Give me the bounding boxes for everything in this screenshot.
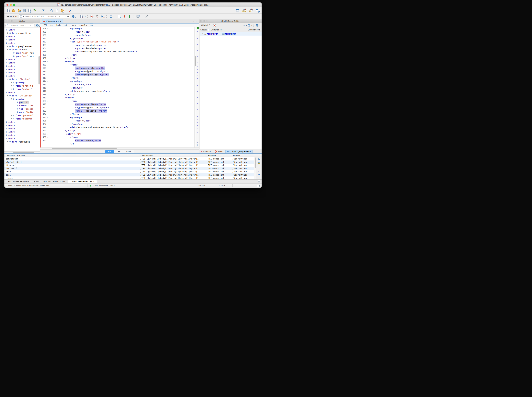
search-marker-icon[interactable] [197,101,198,101]
code-line[interactable]: 398▽<gramGrp> [41,27,195,30]
result-row[interactable]: disproof/TEI[1]/text[1]/body[1]/entry[2]… [4,164,254,167]
fold-toggle-icon[interactable]: ▽ [47,96,49,99]
remove-all-results-button[interactable]: ×× [258,174,260,175]
back-button[interactable]: ← [74,8,78,12]
search-marker-icon[interactable] [197,129,198,129]
panel-list-icon[interactable] [258,180,260,183]
search-marker-icon[interactable] [197,54,198,54]
search-marker-icon[interactable] [197,107,198,107]
outline-item[interactable]: entry [4,130,40,133]
search-marker-icon[interactable] [197,72,198,73]
xpath-expression-combo[interactable]: ▾ Execute XPath on 'Current File' ▾ //★ [19,14,70,19]
spell-check-button[interactable]: ABC✓ [41,8,45,12]
outline-item[interactable]: entry [4,64,40,68]
code-line[interactable]: 428<def>Personne qui entre en compétitio… [41,126,195,129]
code-line[interactable]: 422<hyph>com|péti|teur</hyph> [41,106,195,109]
history-clock-icon[interactable] [248,24,251,27]
builder-expression-editor[interactable]: 1 //form/orth | //form/pron [200,32,262,149]
code-line[interactable]: 405<def>dressing containing mustard and … [41,50,195,53]
code-line[interactable]: 406</cit> [41,53,195,57]
outline-item[interactable]: mood "indic [4,111,40,114]
expand-arrow-icon[interactable] [7,140,9,143]
search-marker-icon[interactable] [197,38,198,39]
builder-execute-button[interactable] [213,24,216,27]
search-marker-icon[interactable] [197,44,198,45]
outline-item[interactable]: form "pronom_p [4,84,40,87]
outline-item[interactable]: form competitor [4,31,40,35]
find-replace-button[interactable] [49,8,54,12]
code-line[interactable]: </f [41,142,195,145]
expand-arrow-icon[interactable] [7,31,9,35]
breadcrumb-item[interactable]: per [90,24,93,27]
last-modification-button[interactable]: ↙✱ [68,8,73,12]
expand-arrow-icon[interactable] [10,117,13,120]
search-marker-icon[interactable] [197,123,198,123]
fold-toggle-icon[interactable]: ▽ [47,116,49,119]
code-line[interactable]: 409▽<form> [41,63,195,67]
outline-vertical-scrollbar[interactable] [38,56,40,84]
marker-navigation-icon[interactable] [197,144,199,147]
search-marker-icon[interactable] [197,56,198,57]
result-row[interactable]: careen/TEI[1]/text[1]/body[1]/entry[4]/f… [4,176,254,180]
search-marker-icon[interactable] [197,75,198,76]
mode-author[interactable]: Author [123,150,134,153]
highlight-results-button[interactable] [258,162,260,164]
code-line[interactable]: 417<def>person who competes.</def> [41,90,195,93]
new-document-button[interactable] [6,8,11,12]
xpath-favorites-icon[interactable]: //★ [67,15,69,18]
outline-item[interactable]: entry [4,124,40,127]
builder-engine-dropdown[interactable]: XPath 2.0▾ [200,24,212,27]
search-marker-icon[interactable] [197,94,198,94]
expand-arrow-icon[interactable] [10,114,13,117]
code-line[interactable]: 425▽<gramGrp> [41,116,195,119]
code-line[interactable]: 412<pron>k@m"petit@(r)</pron> [41,73,195,76]
favorites-star-icon[interactable]: ☆ [243,24,245,27]
code-line[interactable]: 415<pos>n</pos> [41,83,195,86]
collapse-arrow-icon[interactable] [10,97,13,100]
code-line[interactable]: 402▽<cit type="translation" xml:lang="en… [41,40,195,43]
code-line[interactable]: 403<quote>remoulade</quote> [41,43,195,47]
fold-toggle-icon[interactable]: ▽ [47,63,49,67]
xml-refactoring-button[interactable]: ⇄ [117,14,121,19]
database-perspective-button[interactable] [256,8,260,12]
breadcrumb-item[interactable]: body [56,24,61,27]
fold-toggle-icon[interactable]: ▽ [47,132,49,136]
editor-vertical-scrollbar[interactable] [195,27,196,148]
outline-item[interactable]: entry [4,41,40,45]
outline-item[interactable]: form "personal [4,114,40,117]
code-line[interactable]: 431▽<form> [41,136,195,139]
expand-arrow-icon[interactable] [10,84,13,87]
result-row[interactable]: competitor/TEI[1]/text[1]/body[1]/entry[… [4,157,254,161]
code-line[interactable]: 430▽<entry n="1"> [41,132,195,136]
fold-toggle-icon[interactable]: ▽ [47,99,49,103]
results-scrollbar[interactable] [254,157,256,180]
search-marker-icon[interactable] [197,82,198,82]
code-line[interactable]: 419▽<entry> [41,96,195,99]
expand-arrow-icon[interactable] [7,45,9,48]
xpath-settings-button[interactable]: ▾ [71,14,75,19]
code-line[interactable]: 401</gramGrp> [41,37,195,40]
code-line[interactable]: 418</entry> [41,93,195,96]
find-in-files-button[interactable] [60,8,64,12]
search-marker-icon[interactable] [197,78,198,79]
results-settings-button[interactable] [257,158,261,161]
pin-down-red-button[interactable] [122,14,127,19]
xpath-version-dropdown[interactable]: XPath 2.0▾ [6,15,18,18]
column-system-id[interactable]: System ID [231,154,262,156]
search-marker-icon[interactable] [197,91,198,92]
save-to-url-button[interactable] [27,8,32,12]
title-bar[interactable]: TEI-combo.xml [/Users/ttasovac/Developme… [4,2,262,7]
breadcrumb-item[interactable]: form [72,24,76,27]
outline-item[interactable]: entry [4,137,40,140]
outline-item[interactable]: entry [4,91,40,94]
outline-item[interactable]: per "2" [4,100,40,104]
result-row[interactable]: k@m"petit@(r)/TEI[1]/text[1]/body[1]/ent… [4,161,254,164]
tab-attributes[interactable]: a Attributes [200,150,213,153]
code-line[interactable]: 414▽<gramGrp> [41,80,195,83]
search-marker-icon[interactable] [197,35,198,35]
code-line[interactable]: 399<pos>n</pos> [41,30,195,34]
column-description[interactable]: Description - 167 items [4,154,139,156]
code-line[interactable]: 429</entry> [41,129,195,132]
search-marker-icon[interactable] [197,62,198,63]
debug-scenario-button[interactable]: ✱ [100,14,104,19]
